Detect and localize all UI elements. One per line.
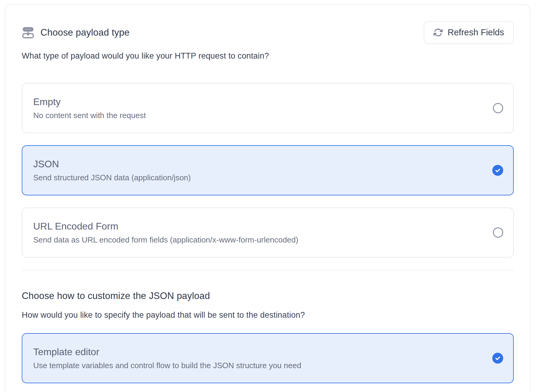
- panel-header: Choose payload type Refresh Fields: [22, 21, 514, 44]
- radio-unselected-icon[interactable]: [493, 227, 503, 238]
- option-text: URL Encoded Form Send data as URL encode…: [33, 220, 298, 245]
- panel-header-left: Choose payload type: [22, 27, 130, 39]
- check-circle-icon[interactable]: [492, 353, 503, 364]
- refresh-fields-button[interactable]: Refresh Fields: [424, 21, 514, 44]
- option-title: URL Encoded Form: [33, 220, 298, 232]
- payload-option-empty[interactable]: Empty No content sent with the request: [22, 83, 514, 133]
- customize-option-template-editor[interactable]: Template editor Use template variables a…: [22, 333, 514, 383]
- customize-question: How would you like to specify the payloa…: [22, 310, 514, 320]
- option-title: JSON: [33, 158, 191, 170]
- payload-option-json[interactable]: JSON Send structured JSON data (applicat…: [22, 145, 514, 195]
- option-description: No content sent with the request: [33, 110, 146, 120]
- option-text: Empty No content sent with the request: [33, 96, 146, 120]
- option-text: Template editor Use template variables a…: [33, 346, 301, 371]
- option-text: JSON Send structured JSON data (applicat…: [33, 158, 191, 183]
- radio-unselected-icon[interactable]: [493, 103, 503, 113]
- section-divider: [22, 270, 514, 270]
- payload-config-panel: Choose payload type Refresh Fields What …: [5, 4, 530, 392]
- option-description: Send structured JSON data (application/j…: [33, 172, 191, 183]
- option-description: Send data as URL encoded form fields (ap…: [33, 235, 298, 245]
- refresh-fields-label: Refresh Fields: [448, 27, 504, 37]
- option-description: Use template variables and control flow …: [33, 360, 301, 371]
- option-title: Empty: [33, 96, 146, 108]
- page-title: Choose payload type: [40, 27, 130, 38]
- tray-arrow-down-icon: [22, 27, 34, 39]
- check-circle-icon[interactable]: [492, 165, 503, 176]
- payload-option-url-encoded-form[interactable]: URL Encoded Form Send data as URL encode…: [22, 207, 514, 258]
- refresh-icon: [433, 28, 443, 37]
- option-title: Template editor: [33, 346, 301, 358]
- customize-section-heading: Choose how to customize the JSON payload: [22, 290, 514, 302]
- payload-type-question: What type of payload would you like your…: [22, 51, 514, 61]
